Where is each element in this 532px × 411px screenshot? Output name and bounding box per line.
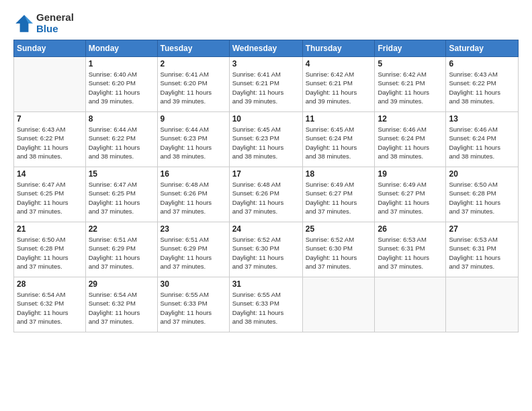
calendar-cell: 27Sunrise: 6:53 AM Sunset: 6:31 PM Dayli… bbox=[446, 222, 519, 277]
calendar-cell bbox=[302, 277, 375, 332]
calendar-cell: 20Sunrise: 6:50 AM Sunset: 6:28 PM Dayli… bbox=[446, 167, 519, 222]
calendar-cell: 9Sunrise: 6:44 AM Sunset: 6:23 PM Daylig… bbox=[157, 112, 229, 167]
day-info: Sunrise: 6:49 AM Sunset: 6:27 PM Dayligh… bbox=[378, 180, 443, 216]
day-info: Sunrise: 6:44 AM Sunset: 6:22 PM Dayligh… bbox=[89, 125, 154, 161]
calendar-cell: 4Sunrise: 6:42 AM Sunset: 6:21 PM Daylig… bbox=[302, 57, 375, 112]
weekday-header-saturday: Saturday bbox=[446, 40, 519, 57]
day-info: Sunrise: 6:53 AM Sunset: 6:31 PM Dayligh… bbox=[449, 235, 515, 271]
day-info: Sunrise: 6:51 AM Sunset: 6:29 PM Dayligh… bbox=[89, 235, 154, 271]
week-row-1: 1Sunrise: 6:40 AM Sunset: 6:20 PM Daylig… bbox=[14, 57, 519, 112]
day-info: Sunrise: 6:42 AM Sunset: 6:21 PM Dayligh… bbox=[306, 70, 372, 105]
day-info: Sunrise: 6:42 AM Sunset: 6:21 PM Dayligh… bbox=[378, 70, 443, 105]
calendar-cell: 17Sunrise: 6:48 AM Sunset: 6:26 PM Dayli… bbox=[229, 167, 302, 222]
day-info: Sunrise: 6:46 AM Sunset: 6:24 PM Dayligh… bbox=[449, 125, 515, 161]
calendar-cell: 21Sunrise: 6:50 AM Sunset: 6:28 PM Dayli… bbox=[14, 222, 86, 277]
day-info: Sunrise: 6:51 AM Sunset: 6:29 PM Dayligh… bbox=[161, 235, 226, 271]
day-number: 4 bbox=[306, 59, 372, 68]
calendar-cell: 18Sunrise: 6:49 AM Sunset: 6:27 PM Dayli… bbox=[302, 167, 375, 222]
calendar-cell: 7Sunrise: 6:43 AM Sunset: 6:22 PM Daylig… bbox=[14, 112, 86, 167]
day-number: 13 bbox=[449, 114, 515, 124]
calendar-cell: 28Sunrise: 6:54 AM Sunset: 6:32 PM Dayli… bbox=[14, 277, 86, 332]
day-info: Sunrise: 6:44 AM Sunset: 6:23 PM Dayligh… bbox=[161, 125, 226, 161]
day-number: 29 bbox=[89, 279, 154, 289]
day-number: 17 bbox=[232, 169, 300, 179]
day-info: Sunrise: 6:55 AM Sunset: 6:33 PM Dayligh… bbox=[161, 290, 226, 326]
calendar-cell: 22Sunrise: 6:51 AM Sunset: 6:29 PM Dayli… bbox=[85, 222, 157, 277]
calendar-cell: 8Sunrise: 6:44 AM Sunset: 6:22 PM Daylig… bbox=[85, 112, 157, 167]
logo-text: General Blue bbox=[36, 12, 74, 34]
day-info: Sunrise: 6:54 AM Sunset: 6:32 PM Dayligh… bbox=[89, 290, 154, 326]
calendar-cell: 26Sunrise: 6:53 AM Sunset: 6:31 PM Dayli… bbox=[375, 222, 446, 277]
calendar-cell: 3Sunrise: 6:41 AM Sunset: 6:21 PM Daylig… bbox=[229, 57, 302, 112]
week-row-2: 7Sunrise: 6:43 AM Sunset: 6:22 PM Daylig… bbox=[14, 112, 519, 167]
weekday-header-wednesday: Wednesday bbox=[229, 40, 302, 57]
calendar-cell: 6Sunrise: 6:43 AM Sunset: 6:22 PM Daylig… bbox=[446, 57, 519, 112]
day-info: Sunrise: 6:54 AM Sunset: 6:32 PM Dayligh… bbox=[17, 290, 83, 326]
week-row-5: 28Sunrise: 6:54 AM Sunset: 6:32 PM Dayli… bbox=[14, 277, 519, 332]
calendar-cell: 23Sunrise: 6:51 AM Sunset: 6:29 PM Dayli… bbox=[157, 222, 229, 277]
day-number: 27 bbox=[449, 224, 515, 234]
day-number: 6 bbox=[449, 59, 515, 68]
day-number: 22 bbox=[89, 224, 154, 234]
day-number: 9 bbox=[161, 114, 226, 124]
day-number: 23 bbox=[161, 224, 226, 234]
calendar-cell: 2Sunrise: 6:41 AM Sunset: 6:20 PM Daylig… bbox=[157, 57, 229, 112]
day-number: 26 bbox=[378, 224, 443, 234]
weekday-header-monday: Monday bbox=[85, 40, 157, 57]
day-info: Sunrise: 6:43 AM Sunset: 6:22 PM Dayligh… bbox=[449, 70, 515, 105]
calendar-cell: 25Sunrise: 6:52 AM Sunset: 6:30 PM Dayli… bbox=[302, 222, 375, 277]
day-info: Sunrise: 6:50 AM Sunset: 6:28 PM Dayligh… bbox=[17, 235, 83, 271]
weekday-header-sunday: Sunday bbox=[14, 40, 86, 57]
calendar-cell bbox=[14, 57, 86, 112]
day-number: 16 bbox=[161, 169, 226, 179]
calendar-cell: 5Sunrise: 6:42 AM Sunset: 6:21 PM Daylig… bbox=[375, 57, 446, 112]
calendar-cell: 10Sunrise: 6:45 AM Sunset: 6:23 PM Dayli… bbox=[229, 112, 302, 167]
day-info: Sunrise: 6:53 AM Sunset: 6:31 PM Dayligh… bbox=[378, 235, 443, 271]
calendar-cell: 14Sunrise: 6:47 AM Sunset: 6:25 PM Dayli… bbox=[14, 167, 86, 222]
calendar-cell bbox=[375, 277, 446, 332]
day-number: 19 bbox=[378, 169, 443, 179]
calendar-cell: 29Sunrise: 6:54 AM Sunset: 6:32 PM Dayli… bbox=[85, 277, 157, 332]
calendar-cell: 24Sunrise: 6:52 AM Sunset: 6:30 PM Dayli… bbox=[229, 222, 302, 277]
day-info: Sunrise: 6:43 AM Sunset: 6:22 PM Dayligh… bbox=[17, 125, 83, 161]
day-info: Sunrise: 6:40 AM Sunset: 6:20 PM Dayligh… bbox=[89, 70, 154, 105]
weekday-header-thursday: Thursday bbox=[302, 40, 375, 57]
calendar-cell: 12Sunrise: 6:46 AM Sunset: 6:24 PM Dayli… bbox=[375, 112, 446, 167]
day-number: 20 bbox=[449, 169, 515, 179]
day-number: 30 bbox=[161, 279, 226, 289]
calendar-cell: 16Sunrise: 6:48 AM Sunset: 6:26 PM Dayli… bbox=[157, 167, 229, 222]
logo: General Blue bbox=[13, 12, 74, 34]
calendar-cell: 1Sunrise: 6:40 AM Sunset: 6:20 PM Daylig… bbox=[85, 57, 157, 112]
page: General Blue SundayMondayTuesdayWednesda… bbox=[0, 0, 532, 411]
day-info: Sunrise: 6:52 AM Sunset: 6:30 PM Dayligh… bbox=[306, 235, 372, 271]
day-info: Sunrise: 6:45 AM Sunset: 6:24 PM Dayligh… bbox=[306, 125, 372, 161]
day-info: Sunrise: 6:47 AM Sunset: 6:25 PM Dayligh… bbox=[89, 180, 154, 216]
day-info: Sunrise: 6:55 AM Sunset: 6:33 PM Dayligh… bbox=[232, 290, 300, 326]
day-number: 10 bbox=[232, 114, 300, 124]
calendar-cell: 13Sunrise: 6:46 AM Sunset: 6:24 PM Dayli… bbox=[446, 112, 519, 167]
day-info: Sunrise: 6:45 AM Sunset: 6:23 PM Dayligh… bbox=[232, 125, 300, 161]
day-number: 8 bbox=[89, 114, 154, 124]
day-info: Sunrise: 6:50 AM Sunset: 6:28 PM Dayligh… bbox=[449, 180, 515, 216]
day-number: 1 bbox=[89, 59, 154, 68]
day-number: 11 bbox=[306, 114, 372, 124]
day-number: 31 bbox=[232, 279, 300, 289]
day-info: Sunrise: 6:52 AM Sunset: 6:30 PM Dayligh… bbox=[232, 235, 300, 271]
day-number: 25 bbox=[306, 224, 372, 234]
day-info: Sunrise: 6:41 AM Sunset: 6:20 PM Dayligh… bbox=[161, 70, 226, 105]
calendar-cell bbox=[446, 277, 519, 332]
calendar-table: SundayMondayTuesdayWednesdayThursdayFrid… bbox=[13, 40, 519, 332]
day-number: 18 bbox=[306, 169, 372, 179]
logo-icon bbox=[13, 13, 35, 34]
weekday-header-tuesday: Tuesday bbox=[157, 40, 229, 57]
day-info: Sunrise: 6:49 AM Sunset: 6:27 PM Dayligh… bbox=[306, 180, 372, 216]
day-info: Sunrise: 6:48 AM Sunset: 6:26 PM Dayligh… bbox=[161, 180, 226, 216]
day-info: Sunrise: 6:48 AM Sunset: 6:26 PM Dayligh… bbox=[232, 180, 300, 216]
weekday-header-row: SundayMondayTuesdayWednesdayThursdayFrid… bbox=[14, 40, 519, 57]
week-row-3: 14Sunrise: 6:47 AM Sunset: 6:25 PM Dayli… bbox=[14, 167, 519, 222]
day-info: Sunrise: 6:46 AM Sunset: 6:24 PM Dayligh… bbox=[378, 125, 443, 161]
day-number: 5 bbox=[378, 59, 443, 68]
calendar-cell: 30Sunrise: 6:55 AM Sunset: 6:33 PM Dayli… bbox=[157, 277, 229, 332]
day-number: 15 bbox=[89, 169, 154, 179]
day-info: Sunrise: 6:41 AM Sunset: 6:21 PM Dayligh… bbox=[232, 70, 300, 105]
